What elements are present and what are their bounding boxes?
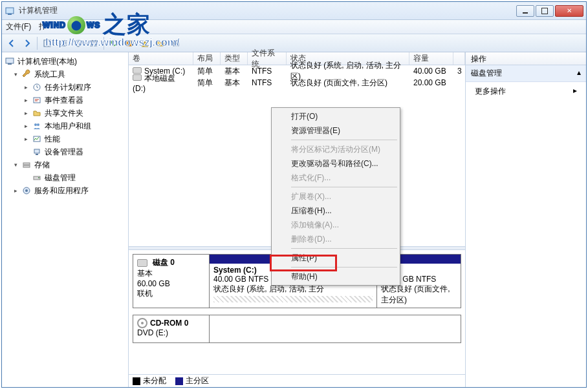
col-capacity[interactable]: 容量 [409,52,453,65]
tb-icon-7[interactable] [169,36,183,50]
disk-icon [32,173,42,183]
ctx-explorer[interactable]: 资源管理器(E) [273,123,398,138]
ctx-open[interactable]: 打开(O) [273,109,398,123]
cdrom-block[interactable]: CD-ROM 0 DVD (E:) [133,315,461,343]
ctx-properties[interactable]: 属性(P) [273,251,398,265]
services-icon [21,185,32,196]
legend-unallocated-swatch [133,377,140,385]
expand-icon[interactable] [23,123,29,129]
window-title: 计算机管理 [19,5,516,16]
expand-icon[interactable] [23,84,29,90]
actions-more[interactable]: 更多操作 ▸ [466,82,586,101]
expand-icon[interactable] [12,162,19,168]
col-layout[interactable]: 布局 [193,52,221,65]
tb-icon-1[interactable] [40,36,54,50]
tree-services-apps[interactable]: 服务和应用程序 [3,184,127,197]
tree-event-viewer[interactable]: 事件查看器 [3,94,127,107]
ctx-delete: 删除卷(D)... [273,232,398,246]
disk-0-info: 磁盘 0 基本 60.00 GB 联机 [133,255,210,308]
disk-icon [137,259,147,267]
svg-point-13 [34,123,37,126]
ctx-mark-active: 将分区标记为活动分区(M) [273,142,398,156]
volume-row[interactable]: 本地磁盘 (D:) 简单 基本 NTFS 状态良好 (页面文件, 主分区) 20… [129,77,465,89]
nav-forward-button[interactable] [20,36,34,50]
tree-shared-folders[interactable]: 共享文件夹 [3,107,127,120]
actions-pane: 操作 磁盘管理 ▴ 更多操作 ▸ [466,52,586,387]
close-button[interactable] [555,5,583,17]
maximize-button[interactable] [536,5,554,17]
event-icon [32,95,42,105]
cdrom-info: CD-ROM 0 DVD (E:) [133,315,210,342]
ctx-add-mirror: 添加镜像(A)... [273,218,398,232]
expand-icon[interactable] [23,110,29,116]
col-fs[interactable]: 文件系统 [248,52,287,65]
tree-system-tools[interactable]: 系统工具 [3,68,127,81]
ctx-help[interactable]: 帮助(H) [273,269,398,284]
legend-primary-swatch [175,377,183,385]
svg-rect-9 [6,58,14,63]
actions-header: 操作 [466,52,586,65]
svg-rect-2 [44,40,50,47]
svg-point-21 [38,177,39,178]
svg-rect-5 [91,40,93,47]
actions-section[interactable]: 磁盘管理 ▴ [466,65,586,82]
expand-icon[interactable] [23,136,29,142]
tree-performance[interactable]: 性能 [3,132,127,145]
expand-icon[interactable] [23,97,29,103]
nav-back-button[interactable] [5,36,19,50]
tb-icon-2[interactable] [56,36,70,50]
tb-icon-5[interactable] [122,36,136,50]
expand-icon[interactable] [12,187,19,194]
users-icon [32,121,42,131]
svg-rect-15 [34,136,40,142]
tree-disk-management[interactable]: 磁盘管理 [3,171,127,184]
svg-rect-17 [36,154,38,155]
col-type[interactable]: 类型 [221,52,248,65]
minimize-button[interactable] [516,5,534,17]
svg-rect-1 [8,14,12,15]
clock-icon [32,82,42,92]
svg-rect-16 [34,149,39,153]
app-icon [5,6,15,16]
svg-point-14 [37,123,39,126]
wrench-icon [21,69,32,79]
tree-local-users[interactable]: 本地用户和组 [3,120,127,132]
menu-file[interactable]: 文件(F) [6,21,31,32]
tb-icon-3[interactable] [71,36,85,50]
legend: 未分配 主分区 [129,374,465,387]
tree-storage[interactable]: 存储 [3,158,127,171]
svg-rect-0 [6,8,14,14]
menu-extra[interactable]: 拃 [39,21,47,32]
ctx-shrink[interactable]: 压缩卷(H)... [273,204,398,218]
computer-icon [5,56,15,67]
tb-refresh-icon[interactable] [107,36,121,50]
svg-rect-12 [34,98,40,103]
collapse-icon[interactable]: ▴ [577,68,581,79]
tree-task-scheduler[interactable]: 任务计划程序 [3,81,127,94]
device-icon [32,147,42,157]
col-volume[interactable]: 卷 [129,52,193,65]
menubar: 文件(F) 拃 [2,20,586,34]
tree-root[interactable]: 计算机管理(本地) [3,55,127,68]
tb-icon-4[interactable] [87,36,101,50]
svg-point-23 [25,189,28,192]
shared-folder-icon [32,108,42,118]
navigation-tree[interactable]: 计算机管理(本地) 系统工具 任务计划程序 事件查看器 共享文件夹 [2,52,129,387]
svg-rect-18 [23,163,30,165]
titlebar[interactable]: 计算机管理 [2,2,586,20]
ctx-format: 格式化(F)... [273,171,398,185]
col-extra[interactable] [453,52,465,65]
tree-device-manager[interactable]: 设备管理器 [3,145,127,158]
svg-rect-6 [94,40,97,47]
performance-icon [32,134,42,144]
ctx-change-letter[interactable]: 更改驱动器号和路径(C)... [273,156,398,171]
context-menu[interactable]: 打开(O) 资源管理器(E) 将分区标记为活动分区(M) 更改驱动器号和路径(C… [271,107,400,286]
expand-icon[interactable] [12,71,19,78]
svg-rect-7 [127,41,132,46]
chevron-right-icon: ▸ [573,86,577,97]
tb-icon-6[interactable] [138,36,152,50]
svg-rect-3 [60,41,66,46]
tb-folder-icon[interactable] [153,36,168,50]
svg-rect-19 [23,165,30,167]
cdrom-icon [137,318,147,328]
